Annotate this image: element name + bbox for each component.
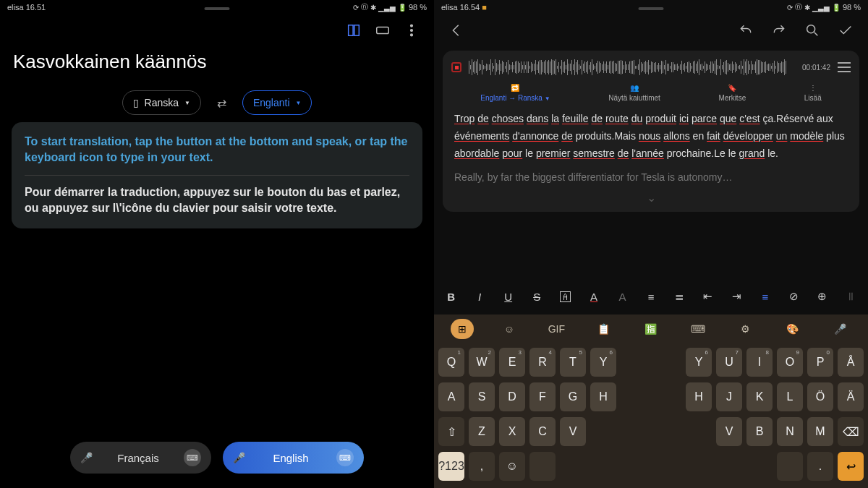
key-space2[interactable] bbox=[777, 452, 803, 481]
tab-speakers[interactable]: 👥 Näytä kaiuttimet bbox=[608, 84, 660, 102]
key-V[interactable]: V bbox=[560, 417, 586, 446]
drag-handle[interactable] bbox=[639, 7, 664, 10]
key-T[interactable]: T5 bbox=[560, 348, 586, 377]
key-L[interactable]: L bbox=[777, 382, 803, 411]
key-space[interactable] bbox=[529, 452, 556, 481]
kbd-layout-icon[interactable]: ⌨ bbox=[686, 319, 710, 339]
key-K[interactable]: K bbox=[746, 382, 773, 411]
key-F[interactable]: F bbox=[529, 382, 556, 411]
key-X[interactable]: X bbox=[499, 417, 525, 446]
kbd-clipboard-icon[interactable]: 📋 bbox=[592, 319, 616, 339]
tab-translate[interactable]: 🔁 Englanti → Ranska ▼ bbox=[480, 84, 550, 102]
kbd-gif-button[interactable]: GIF bbox=[545, 319, 568, 339]
kbd-sticker-icon[interactable]: ☺ bbox=[498, 319, 521, 339]
key-W[interactable]: W2 bbox=[469, 348, 495, 377]
keyboard-icon[interactable]: ⌨ bbox=[336, 449, 354, 466]
key-U[interactable]: U7 bbox=[716, 348, 742, 377]
underline-button[interactable]: U bbox=[501, 291, 515, 303]
speak-french-button[interactable]: 🎤 Français ⌨ bbox=[70, 442, 211, 474]
source-language-chip[interactable]: ▯ Ranska▼ bbox=[122, 90, 201, 115]
search-icon[interactable] bbox=[804, 22, 820, 38]
keyboard-icon[interactable]: ⌨ bbox=[184, 449, 201, 466]
svg-rect-0 bbox=[377, 27, 389, 33]
key-O[interactable]: O9 bbox=[777, 348, 803, 377]
key-A[interactable]: A bbox=[438, 382, 464, 411]
key-H[interactable]: H bbox=[686, 382, 712, 411]
list-ol-button[interactable]: ≣ bbox=[673, 290, 686, 303]
line-spacing-button[interactable]: ≡ bbox=[758, 291, 772, 303]
kbd-translate2-icon[interactable]: 🈯 bbox=[639, 319, 663, 339]
key-Y[interactable]: Y6 bbox=[590, 348, 616, 377]
key-Q[interactable]: Q1 bbox=[438, 348, 464, 377]
tab-bookmark[interactable]: 🔖 Merkitse bbox=[718, 84, 746, 102]
key-D[interactable]: D bbox=[499, 382, 525, 411]
redo-icon[interactable] bbox=[771, 22, 787, 38]
hint-card: To start translation, tap the button at … bbox=[12, 122, 422, 228]
kbd-menu-icon[interactable]: ⊞ bbox=[451, 319, 474, 339]
undo-icon[interactable] bbox=[738, 22, 754, 38]
key-Å[interactable]: Å bbox=[838, 348, 864, 377]
outdent-button[interactable]: ⇥ bbox=[730, 290, 744, 303]
aspect-icon[interactable] bbox=[375, 22, 391, 38]
bold-button[interactable]: B bbox=[444, 291, 458, 303]
keyboard[interactable]: ⊞ ☺ GIF 📋 🈯 ⌨ ⚙ 🎨 🎤 Q1W2E3R4T5Y6Y6U7I8O9… bbox=[434, 314, 868, 488]
record-button[interactable] bbox=[451, 62, 461, 72]
key-↩[interactable]: ↩ bbox=[838, 452, 864, 481]
key-J[interactable]: J bbox=[716, 382, 742, 411]
list-icon[interactable] bbox=[838, 62, 851, 72]
textcolor-button[interactable]: A bbox=[587, 291, 600, 303]
key-⇧[interactable]: ⇧ bbox=[438, 417, 464, 446]
hint-english: To start translation, tap the button at … bbox=[25, 134, 409, 166]
highlight-button[interactable]: A bbox=[616, 291, 629, 303]
wave-button[interactable]: ⫴ bbox=[844, 290, 858, 303]
back-icon[interactable] bbox=[448, 22, 464, 38]
tab-more[interactable]: ⋮ Lisää bbox=[804, 84, 822, 102]
kbd-theme-icon[interactable]: 🎨 bbox=[781, 319, 804, 339]
kbd-voice-icon[interactable]: 🎤 bbox=[828, 319, 851, 339]
more-icon[interactable] bbox=[404, 22, 420, 38]
kbd-settings-icon[interactable]: ⚙ bbox=[734, 319, 757, 339]
book-small-icon: ▯ bbox=[133, 97, 139, 108]
key-C[interactable]: C bbox=[529, 417, 556, 446]
key-B[interactable]: B bbox=[746, 417, 773, 446]
key-G[interactable]: G bbox=[560, 382, 586, 411]
key-Y[interactable]: Y6 bbox=[686, 348, 712, 377]
indent-button[interactable]: ⇤ bbox=[701, 290, 715, 303]
font-button[interactable]: 🄰 bbox=[558, 291, 572, 303]
speak-english-button[interactable]: 🎤 English ⌨ bbox=[223, 442, 364, 474]
expand-icon[interactable]: ⌄ bbox=[451, 188, 851, 205]
list-ul-button[interactable]: ≡ bbox=[644, 291, 658, 303]
key-P[interactable]: P0 bbox=[807, 348, 833, 377]
strike-button[interactable]: S bbox=[529, 291, 543, 303]
svg-point-4 bbox=[807, 25, 815, 33]
key-☺[interactable]: ☺ bbox=[499, 452, 525, 481]
italic-button[interactable]: I bbox=[472, 291, 486, 303]
key-Ä[interactable]: Ä bbox=[838, 382, 864, 411]
checklist-button[interactable]: ⊘ bbox=[787, 290, 801, 303]
key-S[interactable]: S bbox=[469, 382, 495, 411]
check-icon[interactable] bbox=[838, 22, 854, 38]
transcript[interactable]: Trop de choses dans la feuille de route … bbox=[451, 102, 851, 188]
target-language-chip[interactable]: Englanti▼ bbox=[242, 90, 312, 115]
timer: 00:01:42 bbox=[802, 64, 830, 72]
key-E[interactable]: E3 bbox=[499, 348, 525, 377]
key-⌫[interactable]: ⌫ bbox=[838, 417, 864, 446]
key-N[interactable]: N bbox=[777, 417, 803, 446]
key-V[interactable]: V bbox=[716, 417, 742, 446]
key-H[interactable]: H bbox=[590, 382, 616, 411]
key-Ö[interactable]: Ö bbox=[807, 382, 833, 411]
key-I[interactable]: I8 bbox=[746, 348, 773, 377]
key-R[interactable]: R4 bbox=[529, 348, 556, 377]
swap-languages-icon[interactable]: ⇄ bbox=[217, 96, 226, 110]
key-M[interactable]: M bbox=[807, 417, 833, 446]
key-Z[interactable]: Z bbox=[469, 417, 495, 446]
drag-handle[interactable] bbox=[205, 7, 230, 10]
translate-icon: 🔁 bbox=[511, 84, 519, 92]
key-?123[interactable]: ?123 bbox=[438, 452, 464, 481]
key-,[interactable]: , bbox=[469, 452, 495, 481]
more-vert-icon: ⋮ bbox=[809, 84, 817, 92]
key-.[interactable]: . bbox=[807, 452, 833, 481]
waveform[interactable] bbox=[469, 58, 795, 77]
book-icon[interactable] bbox=[346, 22, 362, 38]
add-button[interactable]: ⊕ bbox=[815, 290, 829, 303]
